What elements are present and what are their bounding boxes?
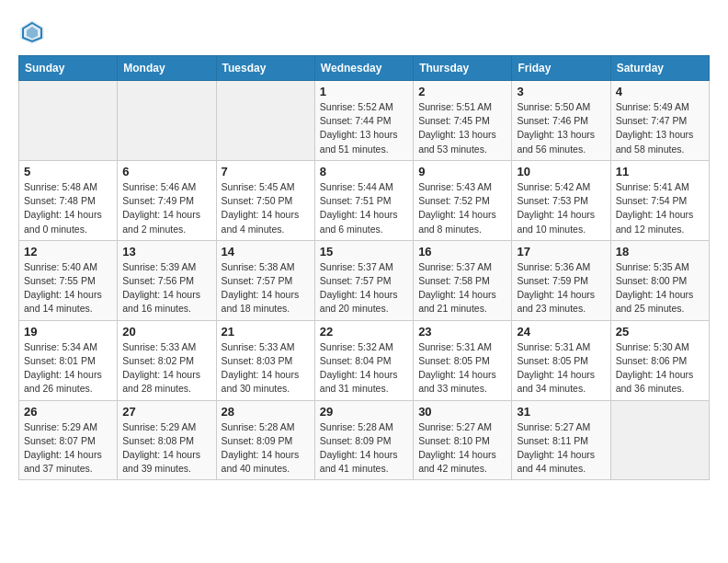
day-number: 13 bbox=[122, 245, 210, 259]
calendar-cell: 1Sunrise: 5:52 AM Sunset: 7:44 PM Daylig… bbox=[314, 81, 413, 161]
calendar-cell: 28Sunrise: 5:28 AM Sunset: 8:09 PM Dayli… bbox=[216, 400, 314, 480]
calendar-cell: 30Sunrise: 5:27 AM Sunset: 8:10 PM Dayli… bbox=[414, 400, 512, 480]
calendar-header-row: SundayMondayTuesdayWednesdayThursdayFrid… bbox=[19, 56, 710, 81]
day-info: Sunrise: 5:33 AM Sunset: 8:03 PM Dayligh… bbox=[222, 340, 310, 396]
calendar-week-row: 19Sunrise: 5:34 AM Sunset: 8:01 PM Dayli… bbox=[19, 320, 710, 400]
day-number: 7 bbox=[222, 165, 310, 178]
calendar-cell: 14Sunrise: 5:38 AM Sunset: 7:57 PM Dayli… bbox=[216, 240, 314, 320]
day-info: Sunrise: 5:46 AM Sunset: 7:49 PM Dayligh… bbox=[122, 180, 210, 236]
calendar-week-row: 12Sunrise: 5:40 AM Sunset: 7:55 PM Dayli… bbox=[19, 240, 710, 320]
calendar-cell: 7Sunrise: 5:45 AM Sunset: 7:50 PM Daylig… bbox=[216, 160, 314, 240]
calendar-cell: 31Sunrise: 5:27 AM Sunset: 8:11 PM Dayli… bbox=[512, 400, 610, 480]
day-info: Sunrise: 5:50 AM Sunset: 7:46 PM Dayligh… bbox=[517, 100, 605, 156]
day-number: 2 bbox=[418, 85, 506, 98]
day-info: Sunrise: 5:27 AM Sunset: 8:11 PM Dayligh… bbox=[517, 420, 605, 477]
calendar-cell bbox=[610, 400, 709, 480]
day-number: 25 bbox=[616, 325, 704, 339]
calendar-cell: 21Sunrise: 5:33 AM Sunset: 8:03 PM Dayli… bbox=[216, 320, 314, 400]
day-info: Sunrise: 5:35 AM Sunset: 8:00 PM Dayligh… bbox=[616, 260, 704, 316]
day-number: 31 bbox=[517, 405, 605, 419]
day-info: Sunrise: 5:29 AM Sunset: 8:08 PM Dayligh… bbox=[122, 420, 210, 477]
calendar-cell: 18Sunrise: 5:35 AM Sunset: 8:00 PM Dayli… bbox=[610, 240, 709, 320]
day-info: Sunrise: 5:48 AM Sunset: 7:48 PM Dayligh… bbox=[24, 180, 112, 236]
day-number: 22 bbox=[320, 325, 408, 339]
calendar-cell: 16Sunrise: 5:37 AM Sunset: 7:58 PM Dayli… bbox=[414, 240, 512, 320]
calendar-cell: 23Sunrise: 5:31 AM Sunset: 8:05 PM Dayli… bbox=[414, 320, 512, 400]
calendar-cell: 20Sunrise: 5:33 AM Sunset: 8:02 PM Dayli… bbox=[118, 320, 216, 400]
day-number: 9 bbox=[418, 165, 506, 178]
day-number: 23 bbox=[418, 325, 506, 339]
day-info: Sunrise: 5:33 AM Sunset: 8:02 PM Dayligh… bbox=[122, 340, 210, 396]
calendar-cell: 26Sunrise: 5:29 AM Sunset: 8:07 PM Dayli… bbox=[19, 400, 118, 480]
calendar-cell: 6Sunrise: 5:46 AM Sunset: 7:49 PM Daylig… bbox=[118, 160, 216, 240]
day-info: Sunrise: 5:27 AM Sunset: 8:10 PM Dayligh… bbox=[418, 420, 506, 477]
day-number: 11 bbox=[616, 165, 704, 178]
day-number: 15 bbox=[320, 245, 408, 259]
day-info: Sunrise: 5:31 AM Sunset: 8:05 PM Dayligh… bbox=[517, 340, 605, 396]
calendar-cell: 10Sunrise: 5:42 AM Sunset: 7:53 PM Dayli… bbox=[512, 160, 610, 240]
day-info: Sunrise: 5:37 AM Sunset: 7:57 PM Dayligh… bbox=[320, 260, 408, 316]
calendar-cell: 2Sunrise: 5:51 AM Sunset: 7:45 PM Daylig… bbox=[414, 81, 512, 161]
calendar-week-row: 1Sunrise: 5:52 AM Sunset: 7:44 PM Daylig… bbox=[19, 81, 710, 161]
calendar-cell: 12Sunrise: 5:40 AM Sunset: 7:55 PM Dayli… bbox=[19, 240, 118, 320]
weekday-header: Friday bbox=[512, 56, 610, 81]
weekday-header: Tuesday bbox=[216, 56, 314, 81]
calendar-cell: 4Sunrise: 5:49 AM Sunset: 7:47 PM Daylig… bbox=[610, 81, 709, 161]
day-info: Sunrise: 5:28 AM Sunset: 8:09 PM Dayligh… bbox=[320, 420, 408, 477]
day-info: Sunrise: 5:39 AM Sunset: 7:56 PM Dayligh… bbox=[122, 260, 210, 316]
calendar-cell: 27Sunrise: 5:29 AM Sunset: 8:08 PM Dayli… bbox=[118, 400, 216, 480]
logo-icon bbox=[18, 18, 46, 46]
day-number: 18 bbox=[616, 245, 704, 259]
day-number: 8 bbox=[320, 165, 408, 178]
weekday-header: Wednesday bbox=[314, 56, 413, 81]
day-info: Sunrise: 5:40 AM Sunset: 7:55 PM Dayligh… bbox=[24, 260, 112, 316]
calendar-cell: 9Sunrise: 5:43 AM Sunset: 7:52 PM Daylig… bbox=[414, 160, 512, 240]
day-info: Sunrise: 5:31 AM Sunset: 8:05 PM Dayligh… bbox=[418, 340, 506, 396]
day-number: 29 bbox=[320, 405, 408, 419]
calendar-cell: 24Sunrise: 5:31 AM Sunset: 8:05 PM Dayli… bbox=[512, 320, 610, 400]
day-info: Sunrise: 5:29 AM Sunset: 8:07 PM Dayligh… bbox=[24, 420, 112, 477]
day-number: 1 bbox=[320, 85, 408, 98]
day-number: 14 bbox=[222, 245, 310, 259]
calendar-cell: 13Sunrise: 5:39 AM Sunset: 7:56 PM Dayli… bbox=[118, 240, 216, 320]
calendar-cell: 22Sunrise: 5:32 AM Sunset: 8:04 PM Dayli… bbox=[314, 320, 413, 400]
calendar-cell: 8Sunrise: 5:44 AM Sunset: 7:51 PM Daylig… bbox=[314, 160, 413, 240]
calendar-week-row: 26Sunrise: 5:29 AM Sunset: 8:07 PM Dayli… bbox=[19, 400, 710, 480]
day-info: Sunrise: 5:30 AM Sunset: 8:06 PM Dayligh… bbox=[616, 340, 704, 396]
day-info: Sunrise: 5:36 AM Sunset: 7:59 PM Dayligh… bbox=[517, 260, 605, 316]
day-number: 6 bbox=[122, 165, 210, 178]
day-number: 16 bbox=[418, 245, 506, 259]
day-number: 26 bbox=[24, 405, 112, 419]
weekday-header: Monday bbox=[118, 56, 216, 81]
day-info: Sunrise: 5:51 AM Sunset: 7:45 PM Dayligh… bbox=[418, 100, 506, 156]
calendar-cell: 17Sunrise: 5:36 AM Sunset: 7:59 PM Dayli… bbox=[512, 240, 610, 320]
calendar-cell bbox=[216, 81, 314, 161]
day-number: 27 bbox=[122, 405, 210, 419]
day-info: Sunrise: 5:34 AM Sunset: 8:01 PM Dayligh… bbox=[24, 340, 112, 396]
day-number: 4 bbox=[616, 85, 704, 98]
day-number: 12 bbox=[24, 245, 112, 259]
calendar-cell bbox=[19, 81, 118, 161]
calendar-cell: 5Sunrise: 5:48 AM Sunset: 7:48 PM Daylig… bbox=[19, 160, 118, 240]
day-info: Sunrise: 5:45 AM Sunset: 7:50 PM Dayligh… bbox=[222, 180, 310, 236]
day-info: Sunrise: 5:38 AM Sunset: 7:57 PM Dayligh… bbox=[222, 260, 310, 316]
weekday-header: Saturday bbox=[610, 56, 709, 81]
day-info: Sunrise: 5:49 AM Sunset: 7:47 PM Dayligh… bbox=[616, 100, 704, 156]
day-info: Sunrise: 5:42 AM Sunset: 7:53 PM Dayligh… bbox=[517, 180, 605, 236]
day-number: 5 bbox=[24, 165, 112, 178]
logo bbox=[18, 18, 50, 46]
weekday-header: Thursday bbox=[414, 56, 512, 81]
calendar-cell: 15Sunrise: 5:37 AM Sunset: 7:57 PM Dayli… bbox=[314, 240, 413, 320]
day-number: 20 bbox=[122, 325, 210, 339]
day-info: Sunrise: 5:52 AM Sunset: 7:44 PM Dayligh… bbox=[320, 100, 408, 156]
day-info: Sunrise: 5:32 AM Sunset: 8:04 PM Dayligh… bbox=[320, 340, 408, 396]
calendar-cell: 19Sunrise: 5:34 AM Sunset: 8:01 PM Dayli… bbox=[19, 320, 118, 400]
page-header bbox=[18, 18, 710, 46]
calendar-cell: 29Sunrise: 5:28 AM Sunset: 8:09 PM Dayli… bbox=[314, 400, 413, 480]
day-number: 28 bbox=[222, 405, 310, 419]
day-info: Sunrise: 5:44 AM Sunset: 7:51 PM Dayligh… bbox=[320, 180, 408, 236]
day-info: Sunrise: 5:37 AM Sunset: 7:58 PM Dayligh… bbox=[418, 260, 506, 316]
day-number: 21 bbox=[222, 325, 310, 339]
calendar-week-row: 5Sunrise: 5:48 AM Sunset: 7:48 PM Daylig… bbox=[19, 160, 710, 240]
calendar-table: SundayMondayTuesdayWednesdayThursdayFrid… bbox=[18, 55, 710, 480]
